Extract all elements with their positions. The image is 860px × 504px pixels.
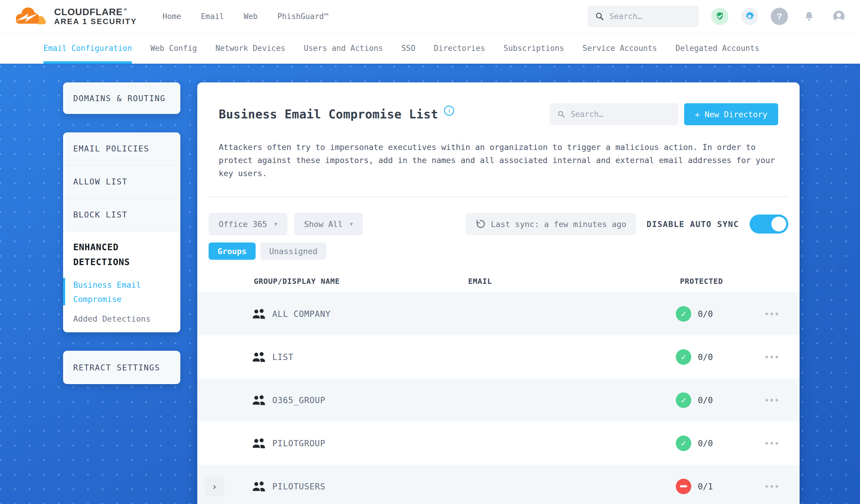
group-name: LIST	[272, 352, 293, 362]
sidebar-item-business-email-compromise[interactable]: Business Email Compromise	[73, 278, 170, 306]
check-icon: ✓	[681, 395, 686, 405]
tab-service-accounts[interactable]: Service Accounts	[583, 33, 657, 64]
sidebar-policies-card: EMAIL POLICIES ALLOW LIST BLOCK LIST ENH…	[63, 132, 180, 332]
last-sync-button[interactable]: Last sync: a few minutes ago	[465, 213, 636, 235]
page-title: Business Email Compromise List	[219, 107, 438, 121]
tab-web-config[interactable]: Web Config	[150, 33, 197, 64]
tab-users-and-actions[interactable]: Users and Actions	[304, 33, 383, 64]
panel-header: Business Email Compromise List i + New D…	[219, 103, 778, 125]
table-row[interactable]: › LIST ✓ 0/0	[197, 335, 800, 378]
tab-directories[interactable]: Directories	[434, 33, 485, 64]
row-menu-button[interactable]	[764, 309, 779, 318]
top-bar: CLOUDFLARE® AREA 1 SECURITY Home Email W…	[0, 0, 860, 33]
info-icon[interactable]: i	[444, 106, 454, 116]
group-name: O365_GROUP	[272, 395, 326, 405]
sidebar-item-block-list[interactable]: BLOCK LIST	[63, 199, 180, 231]
nav-email[interactable]: Email	[201, 12, 224, 21]
filter-row: Office 365 ▼ Show All ▼ Last sync: a few…	[209, 213, 788, 235]
column-email: EMAIL	[468, 277, 492, 286]
security-status-button[interactable]	[711, 8, 729, 25]
brand-name: CLOUDFLARE®	[54, 7, 137, 17]
scope-select[interactable]: Show All ▼	[294, 213, 363, 235]
directory-select[interactable]: Office 365 ▼	[209, 213, 287, 235]
nav-home[interactable]: Home	[162, 12, 181, 21]
group-icon	[252, 480, 266, 493]
row-menu-button[interactable]	[764, 439, 779, 447]
group-icon	[252, 394, 266, 406]
tab-sso[interactable]: SSO	[401, 33, 415, 64]
sidebar-item-added-detections[interactable]: Added Detections	[73, 314, 170, 323]
table-row[interactable]: › O365_GROUP ✓ 0/0	[197, 378, 800, 421]
column-group-display-name: GROUP/DISPLAY NAME	[254, 277, 340, 286]
group-tabs: Groups Unassigned	[209, 243, 788, 260]
protected-count: 0/0	[698, 309, 713, 319]
sidebar-item-enhanced-detections[interactable]: ENHANCED DETECTIONS	[73, 240, 170, 270]
toggle-knob	[771, 217, 786, 231]
auto-sync-toggle[interactable]	[749, 215, 788, 233]
brand-subtitle: AREA 1 SECURITY	[54, 17, 137, 26]
protected-count: 0/0	[698, 438, 713, 448]
new-directory-button[interactable]: + New Directory	[684, 103, 778, 125]
nav-web[interactable]: Web	[244, 12, 258, 21]
notifications-button[interactable]	[801, 8, 818, 25]
group-icon	[252, 351, 266, 363]
group-name: PILOTUSERS	[272, 481, 326, 491]
sidebar-item-domains-routing[interactable]: DOMAINS & ROUTING	[63, 83, 180, 114]
protected-status-badge: ✓	[676, 306, 691, 322]
protected-count: 0/1	[698, 481, 713, 491]
group-icon	[252, 437, 266, 449]
table-row[interactable]: › PILOTGROUP ✓ 0/0	[197, 421, 800, 465]
row-menu-button[interactable]	[764, 396, 779, 404]
tab-email-configuration[interactable]: Email Configuration	[43, 33, 132, 64]
primary-nav: Home Email Web PhishGuard™	[162, 12, 329, 21]
row-menu-button[interactable]	[764, 482, 779, 491]
group-name: PILOTGROUP	[272, 438, 326, 448]
tab-delegated-accounts[interactable]: Delegated Accounts	[675, 33, 759, 64]
account-button[interactable]	[830, 8, 847, 25]
search-icon	[557, 110, 565, 119]
sidebar-item-email-policies[interactable]: EMAIL POLICIES	[63, 132, 180, 165]
list-search[interactable]	[550, 103, 678, 125]
table-body: › ALL COMPANY ✓ 0/0 ›	[197, 292, 800, 504]
list-search-input[interactable]	[571, 110, 671, 119]
avatar-icon	[832, 10, 845, 23]
help-button[interactable]: ?	[771, 8, 788, 25]
sidebar-section-enhanced-detections: ENHANCED DETECTIONS Business Email Compr…	[63, 231, 180, 332]
registered-mark: ®	[124, 8, 127, 12]
auto-sync-label: DISABLE AUTO SYNC	[647, 219, 739, 229]
global-search-input[interactable]	[610, 12, 691, 21]
table-row[interactable]: › PILOTUSERS ✓ 0/1	[197, 465, 800, 504]
caret-down-icon: ▼	[350, 221, 353, 227]
topbar-actions: ?	[587, 6, 847, 27]
refresh-icon	[475, 219, 486, 229]
question-mark-icon: ?	[777, 11, 782, 21]
tab-network-devices[interactable]: Network Devices	[215, 33, 285, 64]
sidebar-item-retract-settings[interactable]: RETRACT SETTINGS	[63, 351, 180, 384]
tab-groups[interactable]: Groups	[209, 243, 256, 260]
expand-row-button[interactable]: ›	[204, 476, 224, 496]
shield-check-icon	[715, 11, 725, 21]
nav-phishguard[interactable]: PhishGuard™	[277, 12, 329, 21]
global-search[interactable]	[587, 6, 699, 27]
tab-subscriptions[interactable]: Subscriptions	[503, 33, 564, 64]
page-description: Attackers often try to impersonate execu…	[219, 141, 778, 180]
protected-status-badge: ✓	[676, 349, 691, 365]
tab-unassigned[interactable]: Unassigned	[260, 243, 327, 260]
check-icon: ✓	[681, 438, 686, 448]
settings-button[interactable]	[741, 8, 758, 25]
cloudflare-cloud-icon	[13, 4, 49, 28]
last-sync-label: Last sync: a few minutes ago	[491, 219, 627, 229]
protected-status-badge: ✓	[676, 479, 691, 494]
brand-logo[interactable]: CLOUDFLARE® AREA 1 SECURITY	[13, 4, 137, 28]
scope-select-value: Show All	[304, 219, 343, 229]
main-panel: Business Email Compromise List i + New D…	[197, 83, 800, 504]
divider	[209, 197, 788, 197]
minus-icon	[680, 485, 687, 487]
check-icon: ✓	[681, 352, 686, 362]
protected-status-badge: ✓	[676, 435, 691, 451]
row-menu-button[interactable]	[764, 352, 779, 361]
group-name: ALL COMPANY	[272, 309, 331, 319]
bell-icon	[804, 11, 815, 22]
table-row[interactable]: › ALL COMPANY ✓ 0/0	[197, 292, 800, 335]
sidebar-item-allow-list[interactable]: ALLOW LIST	[63, 165, 180, 199]
